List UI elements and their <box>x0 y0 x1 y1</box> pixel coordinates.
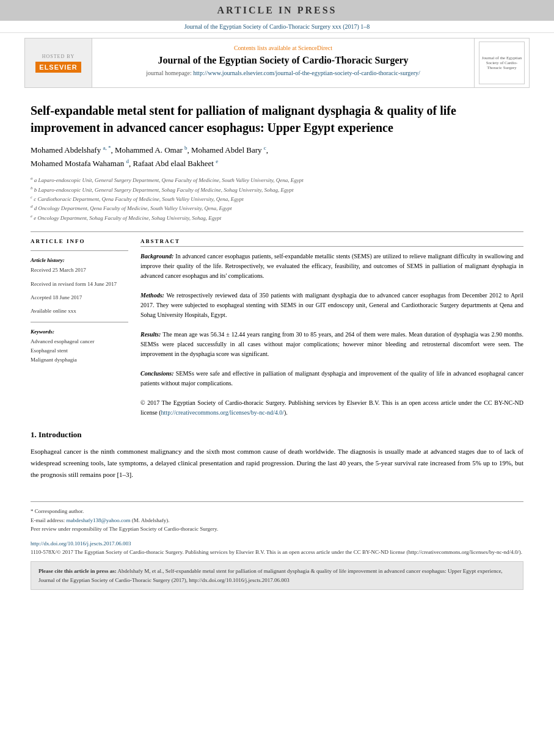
available-online: Available online xxx <box>31 307 128 315</box>
author-wahaman: Mohamed Mostafa Wahaman d, <box>31 159 131 168</box>
abstract-heading: ABSTRACT <box>140 238 523 247</box>
affiliation-d: d d Oncology Department, Qena Faculty of… <box>31 203 523 213</box>
abstract-text: Background: In advanced cancer esophagus… <box>140 252 523 418</box>
author-omar: Mohammed A. Omar b, <box>115 145 189 154</box>
journal-link-bar: Journal of the Egyptian Society of Cardi… <box>0 21 554 33</box>
intro-number: 1. <box>31 430 37 439</box>
citation-label: Please cite this article in press as: <box>38 568 117 574</box>
license-link[interactable]: http://creativecommons.org/licenses/by-n… <box>161 409 284 416</box>
main-content: Self-expandable metal stent for palliati… <box>0 93 554 489</box>
conclusions-text: SEMSs were safe and effective in palliat… <box>140 370 523 387</box>
divider-left-1 <box>31 250 128 251</box>
header-center: Contents lists available at ScienceDirec… <box>92 38 474 87</box>
header-section: HOSTED BY ELSEVIER Contents lists availa… <box>24 38 530 88</box>
history-label: Article history: <box>31 257 128 263</box>
keyword-2: Esophageal stent <box>31 346 128 355</box>
science-direct-link: Contents lists available at ScienceDirec… <box>101 45 465 51</box>
article-title: Self-expandable metal stent for palliati… <box>31 102 523 136</box>
peer-review-note: Peer review under responsibility of The … <box>31 525 523 533</box>
doi-url: http://dx.doi.org/10.1016/j.jescts.2017.… <box>31 539 523 548</box>
header-left: HOSTED BY ELSEVIER <box>25 38 92 87</box>
corresponding-note: * Corresponding author. <box>31 507 523 515</box>
journal-bar-text: Journal of the Egyptian Society of Cardi… <box>184 23 370 30</box>
methods-label: Methods: <box>140 292 164 299</box>
article-in-press-banner: ARTICLE IN PRESS <box>0 0 554 21</box>
homepage-prefix: journal homepage: <box>146 70 193 76</box>
doi-copyright: 1110-578X/© 2017 The Egyptian Society of… <box>31 548 523 557</box>
revised-date: Received in revised form 14 June 2017 <box>31 280 128 288</box>
right-col: ABSTRACT Background: In advanced cancer … <box>140 238 523 418</box>
journal-logo-box: Journal of the Egyptian Society of Cardi… <box>479 42 525 84</box>
journal-title-header: Journal of the Egyptian Society of Cardi… <box>101 55 465 66</box>
homepage-link[interactable]: http://www.journals.elsevier.com/journal… <box>193 70 420 76</box>
footer-section: * Corresponding author. E-mail address: … <box>31 501 523 533</box>
introduction-section: 1. Introduction Esophageal cancer is the… <box>31 430 523 480</box>
affiliation-b: b b Laparo-endoscopic Unit, General Surg… <box>31 185 523 194</box>
author-bakheet: Rafaat Abd elaal Bakheet e <box>133 159 218 168</box>
contents-prefix: Contents lists available at <box>234 45 298 51</box>
methods-text: We retrospectively reviewed data of 350 … <box>140 292 523 318</box>
divider-left-2 <box>31 322 128 322</box>
copyright-end: ). <box>284 409 288 416</box>
results-text: The mean age was 56.34 ± 12.44 years ran… <box>140 331 523 357</box>
journal-homepage: journal homepage: http://www.journals.el… <box>101 70 465 76</box>
email-note: E-mail address: mabdeshafy138@yahoo.com … <box>31 516 523 525</box>
conclusions-label: Conclusions: <box>140 370 173 377</box>
banner-text: ARTICLE IN PRESS <box>217 5 337 15</box>
citation-box: Please cite this article in press as: Ab… <box>31 561 523 590</box>
science-direct-text: ScienceDirect <box>298 45 332 51</box>
corresponding-star: * Corresponding author. <box>31 508 84 514</box>
results-label: Results: <box>140 331 161 338</box>
received-date: Received 25 March 2017 <box>31 266 128 274</box>
two-col-layout: ARTICLE INFO Article history: Received 2… <box>31 238 523 418</box>
header-right: Journal of the Egyptian Society of Cardi… <box>474 38 529 87</box>
elsevier-logo: ELSEVIER <box>35 62 81 73</box>
email-label: E-mail address: <box>31 517 66 523</box>
author-abdelshafy: Mohamed Abdelshafy a, *, <box>31 145 113 154</box>
affiliation-c: c c Cardiothoracic Department, Qena Facu… <box>31 194 523 203</box>
left-col: ARTICLE INFO Article history: Received 2… <box>31 238 128 418</box>
intro-text: Esophageal cancer is the ninth commonest… <box>31 446 523 480</box>
affiliations: a a Laparo-endoscopic Unit, General Surg… <box>31 175 523 222</box>
authors: Mohamed Abdelshafy a, *, Mohammed A. Oma… <box>31 144 523 170</box>
keywords-label: Keywords: <box>31 329 128 335</box>
affiliation-e: e e Oncology Department, Sohag Faculty o… <box>31 213 523 222</box>
page-wrapper: ARTICLE IN PRESS Journal of the Egyptian… <box>0 0 554 756</box>
email-name: (M. Abdelshafy). <box>132 517 170 523</box>
keyword-1: Advanced esophageal cancer <box>31 337 128 346</box>
doi-link[interactable]: http://dx.doi.org/10.1016/j.jescts.2017.… <box>31 540 131 547</box>
article-info-heading: ARTICLE INFO <box>31 238 128 244</box>
hosted-by-label: HOSTED BY <box>42 54 75 59</box>
keyword-3: Malignant dysphagia <box>31 355 128 365</box>
intro-title: 1. Introduction <box>31 430 523 440</box>
background-text: In advanced cancer esophagus patients, s… <box>140 253 523 279</box>
doi-section: http://dx.doi.org/10.1016/j.jescts.2017.… <box>0 539 554 556</box>
background-label: Background: <box>140 253 173 260</box>
affiliation-a: a a Laparo-endoscopic Unit, General Surg… <box>31 175 523 184</box>
divider-1 <box>31 231 523 232</box>
logo-text: Journal of the Egyptian Society of Cardi… <box>481 56 522 70</box>
accepted-date: Accepted 18 June 2017 <box>31 293 128 302</box>
email-link[interactable]: mabdeshafy138@yahoo.com <box>66 517 130 523</box>
intro-heading: Introduction <box>38 430 82 439</box>
author-bary: Mohamed Abdel Bary c, <box>191 145 268 154</box>
